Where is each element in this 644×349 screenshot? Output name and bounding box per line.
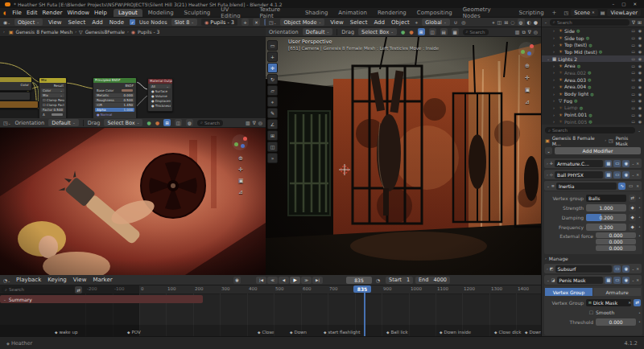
outliner-display-icon[interactable]: ⊞ — [638, 19, 642, 25]
workspace-tab-layout[interactable]: Layout — [114, 9, 142, 17]
outliner-item-side[interactable]: ›☀Side◍▭ ◉ — [542, 27, 644, 35]
small-viewport-scene[interactable]: ⊕ ✛ ▣ ⊿ — [0, 128, 266, 275]
close-button[interactable]: ✕ — [630, 2, 639, 6]
invert-vgroup-icon[interactable]: ⇄ — [629, 195, 636, 202]
previous-keyframe-button[interactable]: ≪ — [267, 277, 278, 284]
transform-tool[interactable]: ⌖ — [267, 96, 278, 107]
annotations-icon[interactable]: ▥ — [515, 29, 520, 35]
expand-icon[interactable]: › — [553, 105, 557, 110]
extrude-tool[interactable]: ◫ — [267, 142, 278, 152]
viewport-editor-icon[interactable]: ◳⌄ — [269, 19, 276, 25]
expand-icon[interactable]: › — [553, 43, 557, 47]
shader-menu-node[interactable]: Node — [108, 19, 126, 26]
material-shading-icon[interactable]: ◐ — [527, 19, 531, 25]
jump-to-start-button[interactable]: |◀ — [256, 277, 266, 284]
snap-magnet-icon[interactable]: ∪ — [454, 19, 457, 25]
material-slot-dropdown[interactable]: Slot 8⌄ — [171, 18, 197, 26]
overlay-toggle-icon[interactable]: ⊞ — [163, 119, 171, 126]
timeline-filter-toggle[interactable]: ⇄ — [75, 286, 82, 294]
gizmo-green-icon[interactable]: ● — [147, 120, 151, 125]
viewport-editor-icon[interactable]: ◳⌄ — [3, 120, 10, 125]
tab-vertex-group[interactable]: Vertex Group — [545, 288, 592, 296]
overlay-4-icon[interactable]: ▦ — [452, 28, 459, 35]
outliner-item-lamp[interactable]: ›☀Lamp◍▭ ◉ — [542, 105, 644, 112]
external-force-0[interactable]: 0.000 — [596, 232, 636, 238]
timeline-marker-close-dick[interactable]: ◆Close dick — [494, 330, 521, 335]
timeline-editor-icon[interactable]: ◔⌄ — [3, 277, 10, 283]
visibility-icons[interactable]: ▭ ◉ — [631, 105, 642, 110]
collections-icon[interactable]: ⧉ — [522, 29, 525, 35]
modifier-subsurf[interactable]: ›◩ Subsurf ▭◉ ⌄✕ — [544, 264, 642, 273]
node-principled-bsdf[interactable]: Principled BSDF BSDF Base Color Metallic… — [93, 77, 137, 118]
jump-to-end-button[interactable]: ▶| — [312, 277, 323, 284]
topbar-menu-file[interactable]: File — [10, 10, 23, 16]
outliner-item-area[interactable]: ›☀Area◍▭ ◉ — [542, 62, 644, 69]
vertex-group-field[interactable]: Balls — [586, 195, 626, 202]
next-keyframe-button[interactable]: ≫ — [301, 277, 312, 284]
node-material-output[interactable]: Material Output All⌄ ● Surface● Volume● … — [147, 78, 173, 112]
expand-icon[interactable]: ⌄ — [547, 56, 551, 61]
viewport-search[interactable]: ⌕Search — [463, 29, 489, 35]
timeline-marker-pov[interactable]: ◆POV — [127, 330, 141, 335]
shader-mode-dropdown[interactable]: Object⌄ — [14, 18, 43, 26]
outliner-item-point-001[interactable]: ›☀Point.001◍▭ ◉ — [542, 111, 644, 118]
invert-mask-toggle[interactable]: ⇄ — [634, 299, 641, 306]
timeline-menu-marker[interactable]: Marker — [91, 277, 114, 283]
timeline-menu-view[interactable]: View — [72, 277, 89, 283]
frequency-slider[interactable]: 0.200 — [586, 224, 626, 231]
topbar-menu-edit[interactable]: Edit — [25, 10, 39, 16]
outliner-item-top-mid-test-[interactable]: ›☀Top Mid (test)◍▭ ◉ — [542, 48, 644, 55]
timeline-marker-wake-up[interactable]: ◆wake up — [55, 330, 77, 335]
add-workspace-button[interactable]: + — [550, 9, 559, 17]
more-tools-button[interactable]: » — [267, 153, 278, 163]
outliner-item-fog[interactable]: ›▽Fog◍▭ ◉ — [542, 97, 644, 105]
zoom-icon[interactable]: ⊕ — [525, 63, 530, 69]
transform-orientation-dropdown[interactable]: Global⌄ — [422, 18, 450, 26]
shader-menu-view[interactable]: View — [47, 19, 64, 26]
topbar-menu-window[interactable]: Window — [65, 10, 91, 16]
bsdf-param-ior[interactable]: IOR1.450 — [95, 103, 134, 107]
modifier-ball-physx[interactable]: ›⊹ Ball PHYSX ▦▭◉ ⌄✕ — [544, 170, 642, 179]
viewlayer-selector[interactable]: ViewLayer — [607, 9, 641, 16]
workspace-tab-scripting[interactable]: Scripting — [514, 9, 548, 17]
blender-menu-icon[interactable]: ◖ — [3, 10, 6, 15]
scale-tool[interactable]: ▱ — [267, 85, 278, 96]
current-frame-field[interactable]: 835 — [346, 277, 372, 284]
perspective-icon[interactable]: ⊿ — [525, 99, 530, 105]
gizmo-green-icon[interactable]: ● — [401, 29, 405, 35]
mix-dropdown-color[interactable]: Color⌄ — [41, 88, 64, 92]
options-icon[interactable]: ◎ — [534, 29, 538, 35]
expand-icon[interactable]: › — [553, 70, 557, 75]
workspace-tab-rendering[interactable]: Rendering — [373, 9, 411, 17]
tab-armature[interactable]: Armature — [593, 288, 641, 296]
add-modifier-button[interactable]: Add Modifier — [555, 147, 641, 154]
bsdf-param-roughness[interactable]: Roughness0.500 — [95, 98, 134, 102]
modifier-penis-mask-header[interactable]: ⌄◪ Penis Mask ▦▭◉ ⌄✕ — [544, 275, 642, 285]
node-image-texture[interactable]: Color — [0, 76, 32, 91]
measure-tool[interactable]: ∠ — [267, 119, 278, 129]
visibility-icons[interactable]: ▭ ◉ — [631, 113, 642, 117]
show-gizmo-icon[interactable]: ⌖ — [492, 19, 494, 26]
strength-slider[interactable]: 1.000 — [586, 204, 626, 211]
active-overlay-icon[interactable]: ⊞ — [418, 28, 425, 35]
outliner-item-area-002[interactable]: ›☀Area.002◍▭ ◉ — [542, 69, 644, 76]
timeline-body[interactable]: -200-10001002003004005006007008009001000… — [0, 285, 541, 336]
modifier-dropdown-icon[interactable]: ⌄ — [545, 147, 552, 154]
shader-menu-add[interactable]: Add — [90, 19, 105, 26]
xray-toggle-icon[interactable]: ⊞ — [504, 19, 508, 25]
outliner-filter-icon[interactable]: ∇ — [632, 19, 635, 25]
outliner-item-area-003[interactable]: ›☀Area.003◍▭ ◉ — [542, 76, 644, 84]
use-nodes-checkbox[interactable]: ✓ — [130, 19, 135, 25]
outliner-item-area-004[interactable]: ›☀Area.004◍▭ ◉ — [542, 84, 644, 91]
frame-start-field[interactable]: Start 1 — [386, 277, 413, 284]
external-force-1[interactable]: 0.000 — [596, 239, 636, 244]
viewport-menu-select[interactable]: Select — [349, 19, 369, 26]
timeline-menu-playback[interactable]: Playback — [14, 277, 43, 283]
manage-panel-header[interactable]: ›Manage — [545, 255, 641, 262]
workspace-tab-modeling[interactable]: Modeling — [143, 9, 179, 17]
wireframe-shading-icon[interactable]: ◌ — [510, 19, 514, 25]
viewport-menu-add[interactable]: Add — [372, 19, 386, 26]
breadcrumb-object[interactable]: Genesis 8 Female M... — [552, 135, 602, 146]
mix-dropdown-mix[interactable]: Mix⌄ — [41, 93, 64, 97]
select-tool-dropdown[interactable]: Select Box⌄ — [104, 119, 142, 126]
